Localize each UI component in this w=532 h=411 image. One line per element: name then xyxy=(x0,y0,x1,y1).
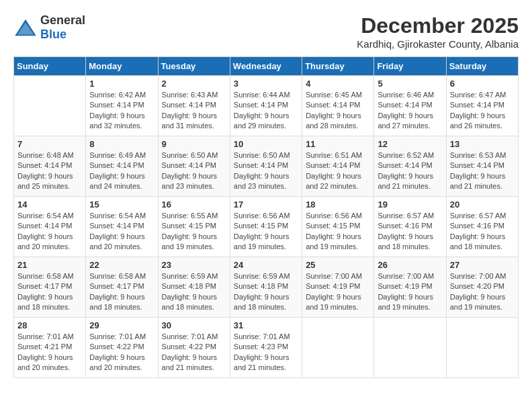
day-info: Sunrise: 6:57 AM Sunset: 4:16 PM Dayligh… xyxy=(450,211,515,253)
day-number: 1 xyxy=(89,79,154,89)
day-info: Sunrise: 6:46 AM Sunset: 4:14 PM Dayligh… xyxy=(378,90,442,132)
calendar-table: SundayMondayTuesdayWednesdayThursdayFrid… xyxy=(13,56,519,378)
day-number: 15 xyxy=(89,199,154,210)
location-title: Kardhiq, Gjirokaster County, Albania xyxy=(357,38,519,50)
calendar-header-row: SundayMondayTuesdayWednesdayThursdayFrid… xyxy=(14,57,519,76)
header-day-saturday: Saturday xyxy=(446,57,518,76)
day-number: 6 xyxy=(450,79,515,89)
day-info: Sunrise: 6:47 AM Sunset: 4:14 PM Dayligh… xyxy=(450,90,515,132)
day-info: Sunrise: 6:42 AM Sunset: 4:14 PM Dayligh… xyxy=(89,90,154,132)
day-info: Sunrise: 7:01 AM Sunset: 4:23 PM Dayligh… xyxy=(234,332,298,373)
calendar-cell: 1Sunrise: 6:42 AM Sunset: 4:14 PM Daylig… xyxy=(86,76,158,136)
calendar-cell: 21Sunrise: 6:58 AM Sunset: 4:17 PM Dayli… xyxy=(14,257,86,318)
day-info: Sunrise: 6:54 AM Sunset: 4:14 PM Dayligh… xyxy=(17,211,82,253)
calendar-cell: 22Sunrise: 6:58 AM Sunset: 4:17 PM Dayli… xyxy=(86,257,158,318)
day-info: Sunrise: 6:58 AM Sunset: 4:17 PM Dayligh… xyxy=(17,271,82,313)
header-day-tuesday: Tuesday xyxy=(158,57,230,76)
day-number: 9 xyxy=(162,139,226,149)
day-info: Sunrise: 6:49 AM Sunset: 4:14 PM Dayligh… xyxy=(89,150,154,192)
day-number: 26 xyxy=(378,260,442,270)
day-number: 20 xyxy=(450,199,515,210)
header-day-sunday: Sunday xyxy=(14,57,86,76)
day-info: Sunrise: 7:01 AM Sunset: 4:22 PM Dayligh… xyxy=(89,332,154,373)
day-number: 19 xyxy=(378,199,442,210)
calendar-cell xyxy=(374,318,446,378)
day-number: 21 xyxy=(17,260,82,270)
calendar-cell: 18Sunrise: 6:56 AM Sunset: 4:15 PM Dayli… xyxy=(302,197,374,257)
day-info: Sunrise: 6:44 AM Sunset: 4:14 PM Dayligh… xyxy=(234,90,298,132)
day-number: 14 xyxy=(17,199,82,210)
day-info: Sunrise: 6:51 AM Sunset: 4:14 PM Dayligh… xyxy=(306,150,370,192)
logo-general-text: General xyxy=(40,13,85,27)
calendar-week-row: 14Sunrise: 6:54 AM Sunset: 4:14 PM Dayli… xyxy=(14,197,519,257)
header-day-thursday: Thursday xyxy=(302,57,374,76)
day-number: 22 xyxy=(89,260,154,270)
calendar-week-row: 21Sunrise: 6:58 AM Sunset: 4:17 PM Dayli… xyxy=(14,257,519,318)
calendar-week-row: 28Sunrise: 7:01 AM Sunset: 4:21 PM Dayli… xyxy=(14,318,519,378)
day-info: Sunrise: 6:45 AM Sunset: 4:14 PM Dayligh… xyxy=(306,90,370,132)
day-number: 17 xyxy=(234,199,298,210)
logo: General Blue xyxy=(13,13,85,42)
calendar-cell: 4Sunrise: 6:45 AM Sunset: 4:14 PM Daylig… xyxy=(302,76,374,136)
header-day-wednesday: Wednesday xyxy=(230,57,302,76)
calendar-cell: 6Sunrise: 6:47 AM Sunset: 4:14 PM Daylig… xyxy=(446,76,518,136)
calendar-cell: 19Sunrise: 6:57 AM Sunset: 4:16 PM Dayli… xyxy=(374,197,446,257)
day-info: Sunrise: 6:55 AM Sunset: 4:15 PM Dayligh… xyxy=(162,211,226,253)
logo-blue-text: Blue xyxy=(40,28,66,41)
day-number: 8 xyxy=(89,139,154,149)
day-number: 12 xyxy=(378,139,442,149)
day-number: 13 xyxy=(450,139,515,149)
day-info: Sunrise: 6:54 AM Sunset: 4:14 PM Dayligh… xyxy=(89,211,154,253)
day-info: Sunrise: 6:58 AM Sunset: 4:17 PM Dayligh… xyxy=(89,271,154,313)
day-info: Sunrise: 6:57 AM Sunset: 4:16 PM Dayligh… xyxy=(378,211,442,253)
calendar-cell: 11Sunrise: 6:51 AM Sunset: 4:14 PM Dayli… xyxy=(302,136,374,197)
calendar-cell: 15Sunrise: 6:54 AM Sunset: 4:14 PM Dayli… xyxy=(86,197,158,257)
calendar-cell: 10Sunrise: 6:50 AM Sunset: 4:14 PM Dayli… xyxy=(230,136,302,197)
calendar-cell: 5Sunrise: 6:46 AM Sunset: 4:14 PM Daylig… xyxy=(374,76,446,136)
calendar-week-row: 1Sunrise: 6:42 AM Sunset: 4:14 PM Daylig… xyxy=(14,76,519,136)
calendar-cell: 16Sunrise: 6:55 AM Sunset: 4:15 PM Dayli… xyxy=(158,197,230,257)
calendar-cell: 14Sunrise: 6:54 AM Sunset: 4:14 PM Dayli… xyxy=(14,197,86,257)
calendar-cell: 7Sunrise: 6:48 AM Sunset: 4:14 PM Daylig… xyxy=(14,136,86,197)
day-info: Sunrise: 6:48 AM Sunset: 4:14 PM Dayligh… xyxy=(17,150,82,192)
calendar-cell: 30Sunrise: 7:01 AM Sunset: 4:22 PM Dayli… xyxy=(158,318,230,378)
calendar-cell: 24Sunrise: 6:59 AM Sunset: 4:18 PM Dayli… xyxy=(230,257,302,318)
header-day-monday: Monday xyxy=(86,57,158,76)
day-number: 30 xyxy=(162,320,226,330)
day-number: 7 xyxy=(17,139,82,149)
day-info: Sunrise: 6:43 AM Sunset: 4:14 PM Dayligh… xyxy=(162,90,226,132)
day-number: 2 xyxy=(162,79,226,89)
day-number: 23 xyxy=(162,260,226,270)
calendar-cell: 12Sunrise: 6:52 AM Sunset: 4:14 PM Dayli… xyxy=(374,136,446,197)
day-info: Sunrise: 6:50 AM Sunset: 4:14 PM Dayligh… xyxy=(162,150,226,192)
calendar-cell: 29Sunrise: 7:01 AM Sunset: 4:22 PM Dayli… xyxy=(86,318,158,378)
day-number: 29 xyxy=(89,320,154,330)
day-info: Sunrise: 7:00 AM Sunset: 4:19 PM Dayligh… xyxy=(306,271,370,313)
day-info: Sunrise: 7:00 AM Sunset: 4:20 PM Dayligh… xyxy=(450,271,515,313)
calendar-cell: 2Sunrise: 6:43 AM Sunset: 4:14 PM Daylig… xyxy=(158,76,230,136)
calendar-cell: 27Sunrise: 7:00 AM Sunset: 4:20 PM Dayli… xyxy=(446,257,518,318)
calendar-cell: 28Sunrise: 7:01 AM Sunset: 4:21 PM Dayli… xyxy=(14,318,86,378)
header-day-friday: Friday xyxy=(374,57,446,76)
day-number: 4 xyxy=(306,79,370,89)
calendar-week-row: 7Sunrise: 6:48 AM Sunset: 4:14 PM Daylig… xyxy=(14,136,519,197)
calendar-cell xyxy=(302,318,374,378)
day-info: Sunrise: 7:01 AM Sunset: 4:21 PM Dayligh… xyxy=(17,332,82,373)
day-info: Sunrise: 6:53 AM Sunset: 4:14 PM Dayligh… xyxy=(450,150,515,192)
day-number: 16 xyxy=(162,199,226,210)
day-number: 24 xyxy=(234,260,298,270)
day-number: 25 xyxy=(306,260,370,270)
calendar-cell: 17Sunrise: 6:56 AM Sunset: 4:15 PM Dayli… xyxy=(230,197,302,257)
calendar-cell: 23Sunrise: 6:59 AM Sunset: 4:18 PM Dayli… xyxy=(158,257,230,318)
day-number: 28 xyxy=(17,320,82,330)
logo-icon xyxy=(13,18,38,37)
day-number: 31 xyxy=(234,320,298,330)
calendar-cell: 25Sunrise: 7:00 AM Sunset: 4:19 PM Dayli… xyxy=(302,257,374,318)
calendar-cell: 8Sunrise: 6:49 AM Sunset: 4:14 PM Daylig… xyxy=(86,136,158,197)
day-number: 27 xyxy=(450,260,515,270)
day-number: 3 xyxy=(234,79,298,89)
day-number: 10 xyxy=(234,139,298,149)
day-info: Sunrise: 7:01 AM Sunset: 4:22 PM Dayligh… xyxy=(162,332,226,373)
calendar-cell xyxy=(446,318,518,378)
day-number: 18 xyxy=(306,199,370,210)
